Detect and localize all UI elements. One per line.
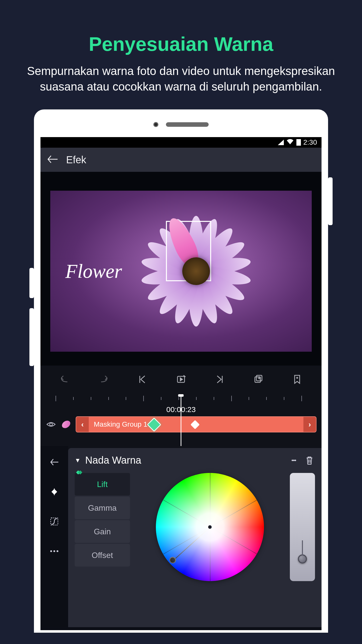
- panel-delete-button[interactable]: [304, 455, 315, 466]
- tablet-vol-up: [29, 268, 34, 298]
- panel-menu-button[interactable]: [288, 455, 299, 466]
- app-screen: 2:30 Efek Flower: [40, 137, 322, 630]
- color-wheel[interactable]: [156, 473, 264, 581]
- promo-description: Sempurnakan warna foto dan video untuk m…: [20, 63, 342, 94]
- clip-handle-right[interactable]: ›: [303, 417, 316, 432]
- svg-rect-1: [255, 377, 260, 382]
- undo-button[interactable]: [59, 373, 71, 386]
- tablet-vol-down: [29, 308, 34, 366]
- slider-knob[interactable]: [298, 554, 307, 564]
- tablet-notch: [40, 122, 322, 127]
- skip-end-button[interactable]: [213, 373, 226, 386]
- panel-side-nav: [40, 446, 68, 627]
- back-button[interactable]: [47, 154, 59, 165]
- flower-graphic: [138, 213, 254, 329]
- svg-rect-4: [52, 490, 57, 494]
- video-preview[interactable]: Flower: [40, 172, 322, 366]
- more-nav-icon[interactable]: [48, 545, 60, 557]
- timeline-clip[interactable]: ‹ Masking Group 1 ›: [76, 416, 316, 432]
- playhead[interactable]: [181, 395, 182, 446]
- svg-point-7: [53, 550, 55, 552]
- skip-start-button[interactable]: [136, 373, 149, 386]
- track-color-tag[interactable]: [61, 419, 72, 430]
- keyframe-badge-icon: [76, 469, 82, 475]
- playback-toolbar: [40, 366, 322, 393]
- luminance-slider[interactable]: [290, 473, 315, 581]
- header-title: Efek: [66, 154, 86, 166]
- promo-title: Penyesuaian Warna: [20, 33, 342, 56]
- play-loop-button[interactable]: [175, 373, 187, 386]
- panel-main: ▼ Nada Warna Lift Gamma Gain Offset: [68, 448, 322, 627]
- keyframe-nav-icon[interactable]: [48, 486, 60, 498]
- video-frame: Flower: [50, 191, 312, 352]
- bookmark-button[interactable]: [291, 373, 303, 386]
- redo-button[interactable]: [97, 373, 110, 386]
- effect-panel: ▼ Nada Warna Lift Gamma Gain Offset: [40, 446, 322, 627]
- timeline[interactable]: 00:00:23 ‹ Masking Group 1 ›: [40, 393, 322, 446]
- cellular-icon: [278, 140, 284, 145]
- curve-nav-icon[interactable]: [48, 515, 60, 528]
- android-status-bar: 2:30: [40, 137, 322, 148]
- tablet-frame: 2:30 Efek Flower: [34, 109, 328, 633]
- dropdown-icon[interactable]: ▼: [75, 457, 81, 464]
- promo-header: Penyesuaian Warna Sempurnakan warna foto…: [0, 0, 362, 109]
- app-header: Efek: [40, 148, 322, 172]
- flower-center: [182, 257, 210, 285]
- panel-back-button[interactable]: [48, 456, 60, 468]
- add-clip-button[interactable]: [252, 373, 265, 386]
- keyframe-active[interactable]: [147, 418, 161, 432]
- tablet-camera: [153, 122, 158, 127]
- tablet-power-button: [328, 177, 333, 225]
- svg-point-8: [57, 550, 58, 552]
- status-time: 2:30: [303, 138, 317, 146]
- tab-lift[interactable]: Lift: [75, 473, 130, 496]
- clip-handle-left[interactable]: ‹: [76, 417, 89, 432]
- color-wheel-pointer[interactable]: [172, 527, 210, 561]
- color-wheel-container: [137, 473, 283, 581]
- overlay-text: Flower: [65, 260, 122, 283]
- panel-header: ▼ Nada Warna: [75, 455, 315, 466]
- tablet-speaker: [166, 122, 209, 127]
- wifi-icon: [286, 138, 294, 146]
- panel-body: Lift Gamma Gain Offset: [75, 473, 315, 581]
- tone-tab-list: Lift Gamma Gain Offset: [75, 473, 130, 581]
- visibility-toggle[interactable]: [46, 419, 57, 430]
- svg-point-6: [50, 550, 52, 552]
- tab-gain[interactable]: Gain: [75, 520, 130, 543]
- battery-icon: [296, 139, 301, 146]
- svg-point-3: [50, 423, 53, 426]
- panel-title: Nada Warna: [85, 455, 284, 466]
- tab-gamma[interactable]: Gamma: [75, 497, 130, 519]
- tab-offset[interactable]: Offset: [75, 544, 130, 567]
